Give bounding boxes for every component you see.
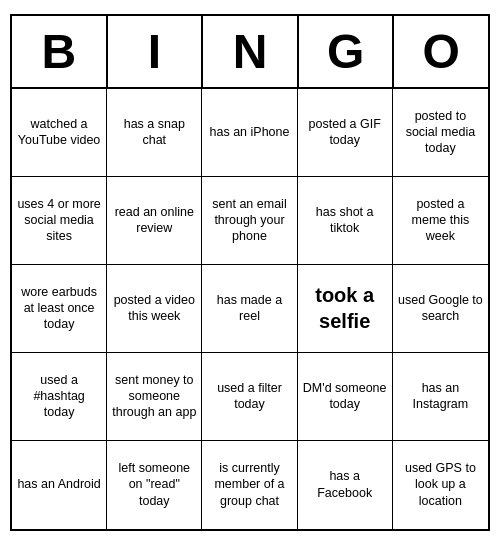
bingo-letter-i: I — [108, 16, 204, 89]
bingo-cell-21[interactable]: left someone on "read" today — [107, 441, 202, 529]
bingo-cell-22[interactable]: is currently member of a group chat — [202, 441, 297, 529]
bingo-cell-16[interactable]: sent money to someone through an app — [107, 353, 202, 441]
bingo-cell-18[interactable]: DM'd someone today — [298, 353, 393, 441]
bingo-cell-14[interactable]: used Google to search — [393, 265, 488, 353]
bingo-cell-7[interactable]: sent an email through your phone — [202, 177, 297, 265]
bingo-cell-24[interactable]: used GPS to look up a location — [393, 441, 488, 529]
bingo-cell-3[interactable]: posted a GIF today — [298, 89, 393, 177]
bingo-letter-b: B — [12, 16, 108, 89]
bingo-cell-6[interactable]: read an online review — [107, 177, 202, 265]
bingo-cell-8[interactable]: has shot a tiktok — [298, 177, 393, 265]
bingo-header: BINGO — [12, 16, 488, 89]
bingo-cell-5[interactable]: uses 4 or more social media sites — [12, 177, 107, 265]
bingo-cell-23[interactable]: has a Facebook — [298, 441, 393, 529]
bingo-grid: watched a YouTube videohas a snap chatha… — [12, 89, 488, 529]
bingo-cell-17[interactable]: used a filter today — [202, 353, 297, 441]
bingo-card: BINGO watched a YouTube videohas a snap … — [10, 14, 490, 531]
bingo-letter-n: N — [203, 16, 299, 89]
bingo-cell-13[interactable]: took a selfie — [298, 265, 393, 353]
bingo-cell-11[interactable]: posted a video this week — [107, 265, 202, 353]
bingo-cell-4[interactable]: posted to social media today — [393, 89, 488, 177]
bingo-cell-0[interactable]: watched a YouTube video — [12, 89, 107, 177]
bingo-letter-g: G — [299, 16, 395, 89]
bingo-cell-12[interactable]: has made a reel — [202, 265, 297, 353]
bingo-cell-1[interactable]: has a snap chat — [107, 89, 202, 177]
bingo-cell-9[interactable]: posted a meme this week — [393, 177, 488, 265]
bingo-letter-o: O — [394, 16, 488, 89]
bingo-cell-19[interactable]: has an Instagram — [393, 353, 488, 441]
bingo-cell-10[interactable]: wore earbuds at least once today — [12, 265, 107, 353]
bingo-cell-15[interactable]: used a #hashtag today — [12, 353, 107, 441]
bingo-cell-2[interactable]: has an iPhone — [202, 89, 297, 177]
bingo-cell-20[interactable]: has an Android — [12, 441, 107, 529]
